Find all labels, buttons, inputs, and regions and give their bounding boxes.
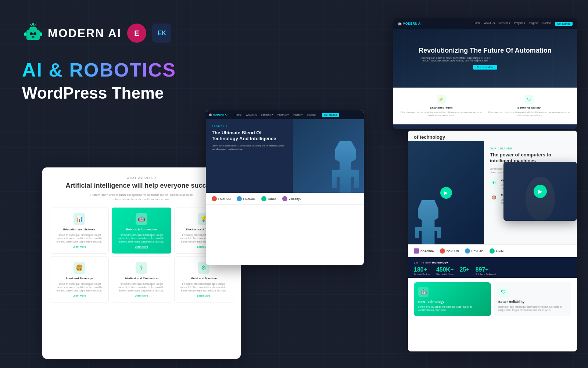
brand-name: MODERN AI bbox=[48, 26, 121, 40]
feature-card-easy: ⚡ Easy Integration Bibendum odio nisl ra… bbox=[398, 92, 485, 120]
hexlab-logo bbox=[465, 248, 470, 254]
tagline-line1: AI & ROBOTICS bbox=[22, 59, 206, 81]
stat-897-label: Solutions Delivered bbox=[476, 273, 496, 276]
new-tech-text: Lorem efficitur. Elit ipsum et ratique v… bbox=[418, 305, 487, 312]
about-nav-link-projects[interactable]: Projects ▾ bbox=[277, 113, 289, 116]
nav-link-home[interactable]: Home bbox=[474, 22, 481, 26]
brand-row: MODERN AI E EK bbox=[22, 22, 206, 44]
sgardia-logo bbox=[414, 248, 419, 254]
new-tech-icon: 🤖 bbox=[418, 287, 429, 297]
stat-180-num: 180+ bbox=[414, 266, 430, 273]
nav-link-services[interactable]: Services ▾ bbox=[498, 22, 510, 26]
nav-link-contact[interactable]: Contact bbox=[542, 22, 551, 26]
robot-silhouette bbox=[331, 141, 360, 193]
better-reliability-icon: 🛡 bbox=[525, 95, 534, 104]
foxhub-dot bbox=[212, 196, 217, 201]
svg-line-9 bbox=[30, 24, 32, 26]
stats-bar: y is The New Technology 180+ Trusted Par… bbox=[408, 257, 577, 278]
about-nav-brand: 🤖 MODERN AI bbox=[209, 113, 227, 116]
medical-icon: ⚕ bbox=[136, 262, 147, 274]
better-reliability-card-title: Better Reliability bbox=[498, 300, 567, 304]
play-button[interactable]: ▶ bbox=[440, 187, 452, 199]
education-icon: 📊 bbox=[74, 213, 85, 225]
stats-context: y is The New Technology bbox=[414, 261, 571, 264]
metal-text: Finibus mi consequat turpis ligula integ… bbox=[179, 282, 229, 292]
about-nav-link-contact[interactable]: Contact bbox=[307, 114, 316, 116]
nav-link-pages[interactable]: Pages ▾ bbox=[529, 22, 539, 26]
partner-hexlab: HEXLAB bbox=[465, 248, 484, 254]
partners-strip: SGARDIA FOXHUB HEXLAB kanba bbox=[408, 244, 577, 257]
metal-title: Metal and Machine bbox=[179, 277, 229, 280]
stat-450k-label: Worldwide User bbox=[436, 273, 454, 276]
logo-foxhub: FOXHUB bbox=[212, 196, 231, 201]
elementor-badge: E bbox=[127, 24, 146, 43]
new-technology-card: 🤖 New Technology Lorem efficitur. Elit i… bbox=[414, 282, 491, 316]
stat-180: 180+ Trusted Partner bbox=[414, 266, 430, 276]
stat-25: 25+ bbox=[460, 266, 470, 276]
about-label: ABOUT US bbox=[212, 125, 287, 128]
logo-hexlab: HEXLAB bbox=[237, 196, 255, 201]
better-reliability-card: 🛡 Better Reliability Bibendum odio nisl … bbox=[494, 282, 571, 316]
svg-rect-5 bbox=[24, 32, 26, 36]
stat-25-num: 25+ bbox=[460, 266, 470, 273]
about-nav-cta[interactable]: Get started bbox=[322, 113, 339, 117]
hero-subtitle: Lorem ipsum dolor sit amet, consectetur … bbox=[419, 57, 492, 62]
food-icon: 🍔 bbox=[74, 262, 85, 274]
stat-450k-num: 450K+ bbox=[436, 266, 454, 273]
logo-strip: FOXHUB HEXLAB kanba velocity9 bbox=[206, 193, 364, 205]
stat-897-num: 897+ bbox=[476, 266, 496, 273]
logo-velocity: velocity9 bbox=[282, 196, 301, 201]
metal-link[interactable]: Learn More bbox=[179, 294, 229, 297]
ek-badge: EK bbox=[152, 24, 171, 43]
service-food: 🍔 Food and Beverage Finibus mi consequat… bbox=[50, 256, 109, 302]
about-nav-link-home[interactable]: Home bbox=[235, 114, 242, 116]
video-play-button[interactable]: ▶ bbox=[534, 185, 547, 198]
about-robot-image bbox=[293, 119, 364, 193]
food-text: Finibus mi consequat turpis ligula integ… bbox=[54, 282, 104, 292]
robotic-title: Robotic & Automation bbox=[116, 228, 166, 231]
tagline-line2: WordPress Theme bbox=[22, 84, 206, 102]
velocity-dot bbox=[282, 196, 287, 201]
easy-integration-icon: ⚡ bbox=[437, 95, 446, 104]
medical-link[interactable]: Learn More bbox=[116, 294, 166, 297]
culture-label: OUR CULTURE bbox=[490, 147, 571, 150]
about-description: Lorem ipsum dolor sit amet, consectetur … bbox=[212, 144, 287, 151]
about-nav-link-services[interactable]: Services ▾ bbox=[261, 113, 273, 116]
culture-robot-silhouette bbox=[415, 200, 441, 244]
about-section: ABOUT US The Ultimate Blend Of Technolog… bbox=[206, 119, 364, 193]
robotic-icon: 🤖 bbox=[136, 213, 147, 225]
nav-link-projects[interactable]: Projects ▾ bbox=[514, 22, 526, 26]
features-row: ⚡ Easy Integration Bibendum odio nisl ra… bbox=[393, 88, 577, 124]
about-navbar: 🤖 MODERN AI Home About Us Services ▾ Pro… bbox=[206, 110, 364, 119]
easy-integration-text: Bibendum odio nisl ratique ullamcorper e… bbox=[401, 111, 482, 117]
partner-kanba: kanba bbox=[490, 248, 505, 254]
partner-foxhub: FOXHUB bbox=[440, 248, 459, 254]
hexlab-dot bbox=[237, 196, 242, 201]
kanba-dot bbox=[261, 196, 266, 201]
about-title: The Ultimate Blend Of Technology And Int… bbox=[212, 130, 287, 141]
robotic-link[interactable]: Learn More bbox=[116, 245, 166, 248]
svg-point-8 bbox=[32, 23, 34, 25]
about-nav-link-pages[interactable]: Pages ▾ bbox=[293, 113, 303, 116]
education-link[interactable]: Learn More bbox=[54, 245, 104, 248]
hero-cta-button[interactable]: Discover More bbox=[473, 65, 497, 70]
new-tech-section: 🤖 New Technology Lorem efficitur. Elit i… bbox=[408, 278, 577, 321]
nav-links: Home About Us Services ▾ Projects ▾ Page… bbox=[474, 22, 573, 26]
partner-sgardia: SGARDIA bbox=[414, 248, 434, 254]
food-title: Food and Beverage bbox=[54, 277, 104, 280]
medical-text: Finibus mi consequat turpis ligula integ… bbox=[116, 282, 166, 292]
easy-integration-title: Easy Integration bbox=[401, 106, 482, 109]
stats-row: 180+ Trusted Partner 450K+ Worldwide Use… bbox=[414, 266, 571, 276]
nav-link-about[interactable]: About Us bbox=[484, 22, 495, 26]
new-tech-title: New Technology bbox=[418, 300, 487, 304]
nav-cta-button[interactable]: Get Started bbox=[555, 22, 573, 26]
svg-line-10 bbox=[35, 24, 36, 26]
stat-450k: 450K+ Worldwide User bbox=[436, 266, 454, 276]
robotic-text: Finibus mi consequat turpis ligula integ… bbox=[116, 233, 166, 243]
nav-brand: 🤖 MODERN AI bbox=[398, 22, 422, 25]
svg-rect-4 bbox=[32, 36, 35, 38]
about-nav-link-about[interactable]: About Us bbox=[246, 114, 257, 116]
food-link[interactable]: Learn More bbox=[54, 294, 104, 297]
better-reliability-card-icon: 🛡 bbox=[498, 287, 509, 297]
logo-kanba: kanba bbox=[261, 196, 276, 201]
